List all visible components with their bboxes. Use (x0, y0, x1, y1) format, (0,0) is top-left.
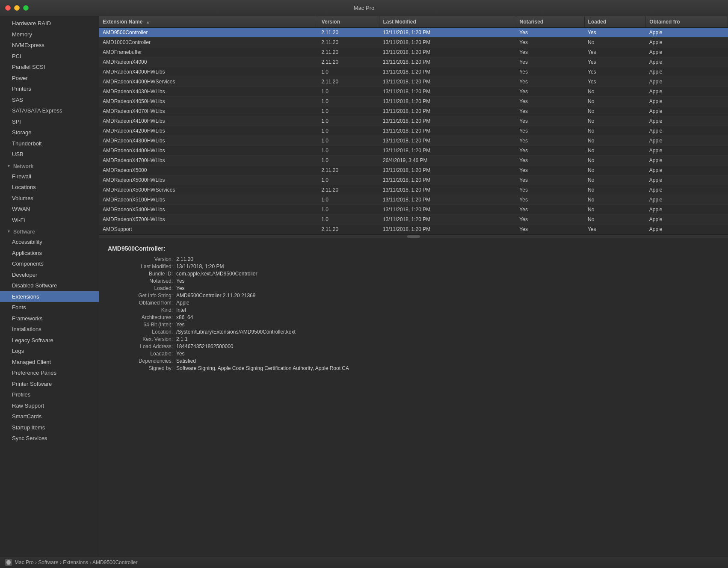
table-cell: No (584, 156, 646, 166)
sidebar-item-thunderbolt[interactable]: Thunderbolt (0, 138, 99, 149)
sidebar-item-hardware-raid[interactable]: Hardware RAID (0, 18, 99, 29)
sidebar-item-components[interactable]: Components (0, 258, 99, 269)
horizontal-scrollbar[interactable] (99, 235, 728, 238)
collapse-triangle[interactable]: ▼ (7, 163, 11, 169)
table-cell: No (584, 195, 646, 205)
table-row[interactable]: AMDRadeonX4000HWLibs1.013/11/2018, 1:20 … (99, 67, 728, 77)
table-row[interactable]: AMDRadeonX4000HWServices2.11.2013/11/201… (99, 77, 728, 87)
table-row[interactable]: AMD9500Controller2.11.2013/11/2018, 1:20… (99, 28, 728, 38)
sidebar-item-developer[interactable]: Developer (0, 269, 99, 281)
sidebar-item-accessibility[interactable]: Accessibility (0, 237, 99, 248)
detail-field-value: AMD9500Controller 2.11.20 21369 (176, 293, 719, 299)
sidebar-item-frameworks[interactable]: Frameworks (0, 313, 99, 324)
maximize-button[interactable] (23, 5, 29, 11)
sidebar-item-sata[interactable]: SATA/SATA Express (0, 105, 99, 116)
sidebar-item-sync-services[interactable]: Sync Services (0, 433, 99, 444)
table-cell: AMDRadeonX5100HWLibs (99, 195, 318, 205)
table-cell: 13/11/2018, 1:20 PM (379, 215, 516, 225)
table-row[interactable]: AMDRadeonX4100HWLibs1.013/11/2018, 1:20 … (99, 116, 728, 126)
detail-field-label: Kind: (108, 307, 176, 313)
table-cell: Apple (646, 106, 728, 116)
statusbar-mac-icon (5, 559, 12, 566)
table-row[interactable]: AMDRadeonX50002.11.2013/11/2018, 1:20 PM… (99, 166, 728, 175)
sidebar-item-parallel-scsi[interactable]: Parallel SCSI (0, 62, 99, 73)
sidebar-item-sas[interactable]: SAS (0, 95, 99, 106)
table-row[interactable]: AMDRadeonX5400HWLibs1.013/11/2018, 1:20 … (99, 205, 728, 215)
col-header-obtained-from[interactable]: Obtained fro (646, 16, 728, 28)
table-row[interactable]: AMDRadeonX4070HWLibs1.013/11/2018, 1:20 … (99, 106, 728, 116)
table-cell: 2.11.20 (318, 47, 379, 57)
sidebar-item-firewall[interactable]: Firewall (0, 171, 99, 182)
sidebar-item-legacy-software[interactable]: Legacy Software (0, 335, 99, 346)
table-row[interactable]: AMDRadeonX4400HWLibs1.013/11/2018, 1:20 … (99, 146, 728, 156)
extensions-table-container[interactable]: Extension Name ▲ Version Last Modified N… (99, 16, 728, 235)
table-cell: AMDRadeonX4000 (99, 57, 318, 67)
sidebar-item-fonts[interactable]: Fonts (0, 302, 99, 313)
table-cell: 1.0 (318, 106, 379, 116)
sidebar-item-printers[interactable]: Printers (0, 83, 99, 95)
detail-field-label: Signed by: (108, 365, 176, 371)
col-header-version[interactable]: Version (318, 16, 379, 28)
sort-arrow-icon: ▲ (146, 20, 150, 24)
sidebar-item-pci[interactable]: PCI (0, 51, 99, 62)
table-cell: 13/11/2018, 1:20 PM (379, 77, 516, 87)
sidebar-item-printer-software[interactable]: Printer Software (0, 379, 99, 390)
close-button[interactable] (5, 5, 11, 11)
table-cell: 13/11/2018, 1:20 PM (379, 87, 516, 97)
table-row[interactable]: AMDRadeonX5700HWLibs1.013/11/2018, 1:20 … (99, 215, 728, 225)
sidebar-item-volumes[interactable]: Volumes (0, 193, 99, 204)
table-row[interactable]: AMDSupport2.11.2013/11/2018, 1:20 PMYesY… (99, 225, 728, 234)
col-header-notarised[interactable]: Notarised (516, 16, 584, 28)
table-row[interactable]: AMDRadeonX5100HWLibs1.013/11/2018, 1:20 … (99, 195, 728, 205)
col-header-name[interactable]: Extension Name ▲ (99, 16, 318, 28)
table-cell: Yes (516, 57, 584, 67)
table-cell: Yes (584, 225, 646, 234)
sidebar-item-power[interactable]: Power (0, 73, 99, 84)
sidebar-item-locations[interactable]: Locations (0, 182, 99, 193)
table-row[interactable]: AMDRadeonX4300HWLibs1.013/11/2018, 1:20 … (99, 136, 728, 146)
table-cell: AMDRadeonX4070HWLibs (99, 106, 318, 116)
detail-field-label: Kext Version: (108, 336, 176, 342)
table-cell: 13/11/2018, 1:20 PM (379, 166, 516, 175)
table-cell: Apple (646, 47, 728, 57)
sidebar-item-nvmexpress[interactable]: NVMExpress (0, 40, 99, 51)
detail-field-label: Notarised: (108, 278, 176, 284)
table-row[interactable]: AMDRadeonX5000HWServices2.11.2013/11/201… (99, 185, 728, 195)
sidebar-item-raw-support[interactable]: Raw Support (0, 400, 99, 411)
table-row[interactable]: AMDFramebuffer2.11.2013/11/2018, 1:20 PM… (99, 47, 728, 57)
sidebar-item-wwan[interactable]: WWAN (0, 204, 99, 215)
table-cell: 1.0 (318, 136, 379, 146)
sidebar-item-wifi[interactable]: Wi-Fi (0, 215, 99, 226)
table-row[interactable]: AMD10000Controller2.11.2013/11/2018, 1:2… (99, 38, 728, 47)
sidebar-item-applications[interactable]: Applications (0, 248, 99, 259)
col-header-last-modified[interactable]: Last Modified (379, 16, 516, 28)
sidebar-item-preference-panes[interactable]: Preference Panes (0, 367, 99, 379)
minimize-button[interactable] (14, 5, 20, 11)
table-row[interactable]: AMDRadeonX4700HWLibs1.026/4/2019, 3:46 P… (99, 156, 728, 166)
collapse-triangle-software[interactable]: ▼ (7, 229, 11, 235)
table-cell: 1.0 (318, 97, 379, 106)
sidebar-item-startup-items[interactable]: Startup Items (0, 422, 99, 433)
sidebar-item-logs[interactable]: Logs (0, 346, 99, 357)
sidebar-item-spi[interactable]: SPI (0, 116, 99, 127)
sidebar-item-extensions[interactable]: Extensions (0, 291, 99, 302)
table-row[interactable]: AMDRadeonX5000HWLibs1.013/11/2018, 1:20 … (99, 175, 728, 185)
sidebar-item-memory[interactable]: Memory (0, 29, 99, 40)
sidebar: Hardware RAID Memory NVMExpress PCI Para… (0, 16, 99, 556)
table-row[interactable]: AMDRadeonX4030HWLibs1.013/11/2018, 1:20 … (99, 87, 728, 97)
col-header-loaded[interactable]: Loaded (584, 16, 646, 28)
sidebar-item-installations[interactable]: Installations (0, 324, 99, 335)
sidebar-item-smartcards[interactable]: SmartCards (0, 411, 99, 422)
sidebar-item-usb[interactable]: USB (0, 149, 99, 160)
sidebar-item-disabled-software[interactable]: Disabled Software (0, 280, 99, 291)
scroll-thumb[interactable] (407, 235, 420, 238)
table-row[interactable]: AMDRadeonX40002.11.2013/11/2018, 1:20 PM… (99, 57, 728, 67)
table-cell: No (584, 136, 646, 146)
detail-field-value: Intel (176, 307, 719, 313)
table-cell: No (584, 185, 646, 195)
table-row[interactable]: AMDRadeonX4050HWLibs1.013/11/2018, 1:20 … (99, 97, 728, 106)
sidebar-item-storage[interactable]: Storage (0, 127, 99, 138)
table-row[interactable]: AMDRadeonX4200HWLibs1.013/11/2018, 1:20 … (99, 126, 728, 136)
sidebar-item-managed-client[interactable]: Managed Client (0, 357, 99, 368)
sidebar-item-profiles[interactable]: Profiles (0, 389, 99, 400)
